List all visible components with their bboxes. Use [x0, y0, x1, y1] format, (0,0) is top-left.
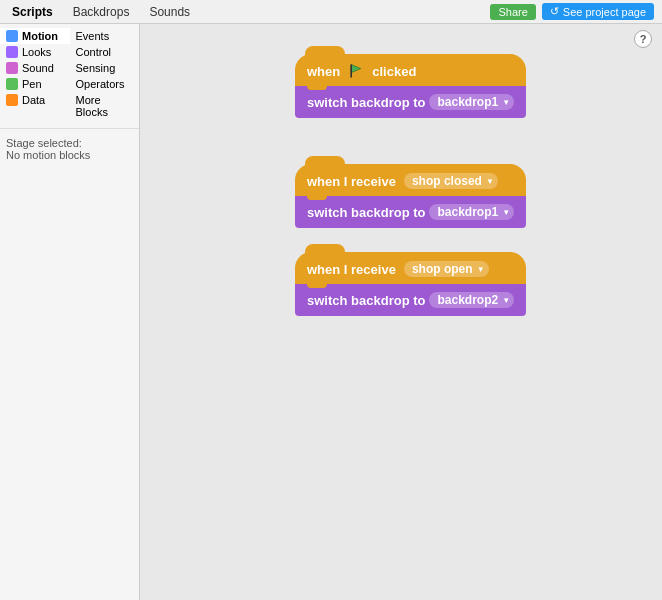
- when-receive-text-1: when I receive: [307, 174, 396, 189]
- right-categories: Events Control Sensing Operators More Bl…: [70, 24, 140, 124]
- category-columns: Motion Looks Sound Pen Data: [0, 24, 139, 124]
- switch-backdrop-text-3: switch backdrop to: [307, 293, 425, 308]
- switch-backdrop-text-1: switch backdrop to: [307, 95, 425, 110]
- category-operators[interactable]: Operators: [70, 76, 140, 92]
- svg-marker-0: [351, 65, 361, 73]
- help-icon[interactable]: ?: [634, 30, 652, 48]
- backdrop2-dropdown[interactable]: backdrop2: [429, 292, 514, 308]
- backdrop1-dropdown-1[interactable]: backdrop1: [429, 94, 514, 110]
- left-panel: Motion Looks Sound Pen Data: [0, 24, 140, 600]
- switch-backdrop-text-2: switch backdrop to: [307, 205, 425, 220]
- when-clicked-block[interactable]: when clicked: [295, 54, 526, 86]
- tab-sounds[interactable]: Sounds: [145, 3, 194, 21]
- refresh-icon: ↺: [550, 5, 559, 18]
- sound-dot: [6, 62, 18, 74]
- switch-backdrop-block-3[interactable]: switch backdrop to backdrop2: [295, 284, 526, 316]
- tab-scripts[interactable]: Scripts: [8, 3, 57, 21]
- category-more-blocks[interactable]: More Blocks: [70, 92, 140, 120]
- top-nav: Scripts Backdrops Sounds Share ↺ See pro…: [0, 0, 662, 24]
- nav-tabs: Scripts Backdrops Sounds: [8, 3, 194, 21]
- see-project-button[interactable]: ↺ See project page: [542, 3, 654, 20]
- category-control[interactable]: Control: [70, 44, 140, 60]
- shop-closed-dropdown[interactable]: shop closed: [404, 173, 498, 189]
- stage-info: Stage selected: No motion blocks: [0, 128, 139, 169]
- block-group-3: when I receive shop open switch backdrop…: [295, 252, 526, 316]
- motion-dot: [6, 30, 18, 42]
- script-area: ? when clicked switch backdrop to backdr…: [140, 24, 662, 600]
- share-button[interactable]: Share: [490, 4, 535, 20]
- category-events[interactable]: Events: [70, 28, 140, 44]
- tab-backdrops[interactable]: Backdrops: [69, 3, 134, 21]
- left-categories: Motion Looks Sound Pen Data: [0, 24, 70, 124]
- pen-dot: [6, 78, 18, 90]
- clicked-text: clicked: [372, 64, 416, 79]
- category-pen[interactable]: Pen: [0, 76, 70, 92]
- when-receive-text-2: when I receive: [307, 262, 396, 277]
- data-dot: [6, 94, 18, 106]
- category-motion[interactable]: Motion: [0, 28, 70, 44]
- block-group-1: when clicked switch backdrop to backdrop…: [295, 54, 526, 118]
- shop-open-dropdown[interactable]: shop open: [404, 261, 489, 277]
- category-sound[interactable]: Sound: [0, 60, 70, 76]
- backdrop1-dropdown-2[interactable]: backdrop1: [429, 204, 514, 220]
- when-receive-closed-block[interactable]: when I receive shop closed: [295, 164, 526, 196]
- flag-icon: [348, 63, 364, 79]
- category-looks[interactable]: Looks: [0, 44, 70, 60]
- main-layout: Motion Looks Sound Pen Data: [0, 24, 662, 600]
- category-data[interactable]: Data: [0, 92, 70, 108]
- switch-backdrop-block-1[interactable]: switch backdrop to backdrop1: [295, 86, 526, 118]
- nav-right: Share ↺ See project page: [490, 3, 654, 20]
- looks-dot: [6, 46, 18, 58]
- category-sensing[interactable]: Sensing: [70, 60, 140, 76]
- block-group-2: when I receive shop closed switch backdr…: [295, 164, 526, 228]
- switch-backdrop-block-2[interactable]: switch backdrop to backdrop1: [295, 196, 526, 228]
- when-receive-open-block[interactable]: when I receive shop open: [295, 252, 526, 284]
- when-text: when: [307, 64, 340, 79]
